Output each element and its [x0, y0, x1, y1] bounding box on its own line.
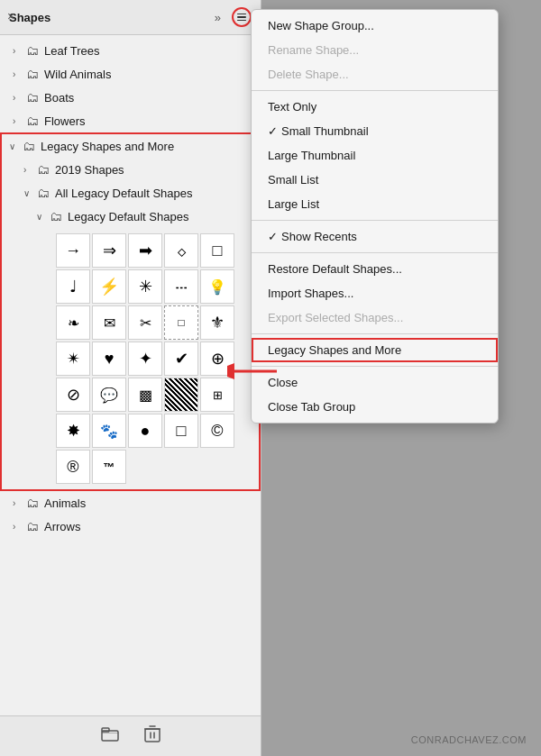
list-item-legacy-shapes[interactable]: ∨ 🗂 Legacy Shapes and More [2, 134, 259, 158]
shape-cell-arrow-right[interactable]: → [56, 233, 90, 268]
panel-footer [0, 715, 261, 756]
menu-item-close[interactable]: Close [252, 370, 498, 395]
shape-cell-grass[interactable]: 𝌀 [164, 269, 198, 304]
panel-controls: » [211, 7, 252, 27]
chevron-icon: › [13, 46, 22, 56]
list-item-all-legacy[interactable]: ∨ 🗂 All Legacy Default Shapes [2, 181, 259, 205]
delete-button[interactable] [139, 724, 166, 749]
item-label: Wild Animals [44, 68, 111, 81]
shape-cell-diamond4[interactable] [164, 378, 198, 412]
shape-cell-lightning[interactable]: ⚡ [92, 269, 126, 304]
folder-icon: 🗂 [37, 162, 50, 177]
chevron-open-icon: ∨ [23, 188, 32, 198]
menu-item-large-list[interactable]: Large List [252, 192, 498, 216]
menu-item-show-recents[interactable]: Show Recents [252, 224, 498, 249]
item-label: Flowers [44, 114, 86, 128]
shape-cell-trademark[interactable]: ™ [92, 450, 126, 484]
shape-cell-fleurdelis[interactable]: ⚜ [200, 305, 234, 340]
folder-icon: 🗂 [26, 43, 39, 58]
menu-item-new-shape-group[interactable]: New Shape Group... [252, 14, 498, 38]
chevron-icon: › [13, 69, 22, 79]
shape-cell-note[interactable]: ♩ [56, 269, 90, 304]
menu-item-large-thumbnail[interactable]: Large Thumbnail [252, 143, 498, 168]
item-label: Boats [44, 91, 74, 105]
folder-icon: 🗂 [26, 67, 39, 81]
chevron-icon: › [13, 93, 22, 103]
shapes-grid: → ⇒ ➡ ⬦ □ ♩ ⚡ ✳ 𝌀 💡 ❧ ✉ ✂ □ ⚜ ✴ ♥ ✦ ✔ ⊕ [2, 228, 259, 489]
item-label: Legacy Default Shapes [68, 210, 188, 223]
shape-cell-envelope[interactable]: ✉ [92, 305, 126, 340]
shape-cell-circle[interactable]: ● [128, 414, 162, 448]
list-item-arrows[interactable]: › 🗂 Arrows [0, 515, 261, 538]
shapes-list: › 🗂 Leaf Trees › 🗂 Wild Animals › 🗂 Boat… [0, 35, 261, 715]
shape-cell-heart[interactable]: ♥ [92, 342, 126, 376]
list-item-animals[interactable]: › 🗂 Animals [0, 491, 261, 515]
shape-cell-copyright[interactable]: © [200, 414, 234, 448]
folder-icon: 🗂 [26, 114, 39, 128]
chevron-icon: › [23, 165, 32, 175]
item-label: Animals [44, 496, 86, 510]
shape-cell-asterisk[interactable]: ✳ [128, 269, 162, 304]
shape-cell-scissors[interactable]: ✂ [128, 305, 162, 340]
shape-cell-paw[interactable]: 🐾 [92, 414, 126, 448]
new-group-button[interactable] [96, 725, 124, 747]
list-item-wild-animals[interactable]: › 🗂 Wild Animals [0, 62, 261, 86]
menu-divider-5 [252, 366, 498, 367]
menu-divider-4 [252, 333, 498, 334]
menu-item-close-tab-group[interactable]: Close Tab Group [252, 395, 498, 419]
chevron-icon: › [13, 498, 22, 508]
folder-open-icon: 🗂 [50, 209, 62, 223]
list-item-legacy-default[interactable]: ∨ 🗂 Legacy Default Shapes [2, 205, 259, 228]
menu-item-text-only[interactable]: Text Only [252, 95, 498, 119]
list-item-flowers[interactable]: › 🗂 Flowers [0, 109, 261, 132]
shape-cell-shape1[interactable]: ⬦ [164, 233, 198, 268]
svg-rect-2 [145, 729, 160, 742]
menu-button[interactable] [232, 7, 252, 27]
chevron-icon: › [13, 522, 22, 532]
shape-cell-arrow-bold[interactable]: ⇒ [92, 233, 126, 268]
shape-cell-square2[interactable]: □ [164, 414, 198, 448]
shape-cell-registered[interactable]: ® [56, 450, 90, 484]
legacy-shapes-group: ∨ 🗂 Legacy Shapes and More › 🗂 2019 Shap… [0, 132, 261, 491]
folder-icon: 🗂 [26, 90, 39, 105]
menu-item-rename-shape: Rename Shape... [252, 38, 498, 62]
shape-cell-square[interactable]: □ [200, 233, 234, 268]
collapse-button[interactable]: » [211, 9, 225, 26]
menu-item-small-list[interactable]: Small List [252, 168, 498, 192]
menu-item-restore-default[interactable]: Restore Default Shapes... [252, 257, 498, 281]
shape-cell-rectangle[interactable]: □ [164, 305, 198, 340]
menu-item-legacy-shapes[interactable]: Legacy Shapes and More [252, 338, 498, 362]
arrow-indicator [227, 359, 281, 387]
list-item-boats[interactable]: › 🗂 Boats [0, 86, 261, 109]
shape-cell-arrow-filled[interactable]: ➡ [128, 233, 162, 268]
close-button[interactable]: × [7, 9, 14, 23]
shape-cell-lightbulb[interactable]: 💡 [200, 269, 234, 304]
item-label: Leaf Trees [44, 44, 99, 58]
shape-cell-star4[interactable]: ✦ [128, 342, 162, 376]
list-item-leaf-trees[interactable]: › 🗂 Leaf Trees [0, 39, 261, 62]
folder-icon: 🗂 [26, 519, 39, 533]
hamburger-icon [237, 14, 246, 22]
shape-cell-sparkle[interactable]: ✴ [56, 342, 90, 376]
dropdown-menu: New Shape Group... Rename Shape... Delet… [251, 9, 499, 424]
menu-item-import-shapes[interactable]: Import Shapes... [252, 281, 498, 305]
folder-icon: 🗂 [26, 496, 39, 510]
panel-title: Shapes [9, 11, 50, 24]
shape-cell-checkmark[interactable]: ✔ [164, 342, 198, 376]
chevron-open-icon: ∨ [9, 141, 18, 151]
menu-item-export-shapes: Export Selected Shapes... [252, 305, 498, 330]
menu-divider-3 [252, 252, 498, 253]
shape-cell-fleur[interactable]: ❧ [56, 305, 90, 340]
menu-divider-2 [252, 220, 498, 221]
list-item-2019-shapes[interactable]: › 🗂 2019 Shapes [2, 158, 259, 181]
shape-cell-speech[interactable]: 💬 [92, 378, 126, 412]
shape-cell-hatch[interactable]: ▩ [128, 378, 162, 412]
shape-cell-noslash[interactable]: ⊘ [56, 378, 90, 412]
panel-header: × Shapes » [0, 0, 261, 35]
watermark: CONRADCHAVEZ.COM [411, 734, 527, 745]
chevron-open-icon: ∨ [36, 212, 45, 222]
item-label: 2019 Shapes [55, 163, 124, 177]
menu-item-small-thumbnail[interactable]: Small Thumbnail [252, 119, 498, 143]
shape-cell-burst[interactable]: ✸ [56, 414, 90, 448]
svg-rect-1 [102, 728, 109, 732]
